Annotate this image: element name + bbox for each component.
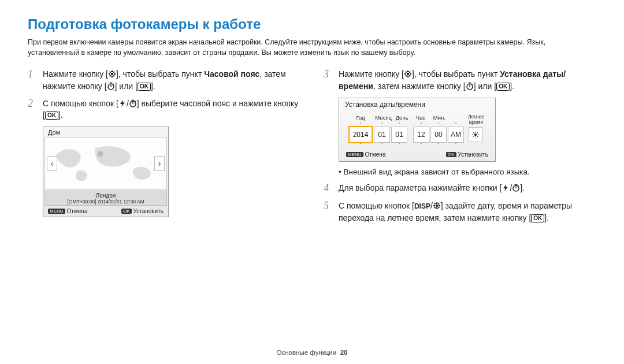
- left-column: 1 Нажмите кнопку [], чтобы выбрать пункт…: [28, 68, 300, 229]
- city-readout: Лондон [GMT+00:00] 2014/01/01 12:00 AM: [44, 191, 167, 206]
- city-name: Лондон: [96, 192, 116, 199]
- chevron-up-icon: ˄: [350, 122, 372, 127]
- content-columns: 1 Нажмите кнопку [], чтобы выбрать пункт…: [28, 68, 596, 229]
- menu-badge-icon: MENU: [346, 152, 363, 157]
- footer-page-number: 20: [340, 349, 348, 356]
- prev-arrow-button[interactable]: ‹: [47, 156, 57, 171]
- step-body: Нажмите кнопку [], чтобы выбрать пункт У…: [339, 68, 596, 92]
- right-column: 3 Нажмите кнопку [], чтобы выбрать пункт…: [324, 68, 596, 229]
- screenshot-header: Установка даты/времени: [339, 98, 495, 111]
- flash-icon: [502, 184, 510, 192]
- set-button[interactable]: OKУстановить: [446, 151, 488, 158]
- timer-icon: [466, 82, 474, 90]
- sun-icon: [472, 131, 479, 138]
- step-3: 3 Нажмите кнопку [], чтобы выбрать пункт…: [324, 68, 596, 92]
- ok-icon: OK: [531, 214, 544, 222]
- month-stepper[interactable]: ˄01˅: [374, 127, 390, 143]
- cancel-button[interactable]: MENUОтмена: [48, 208, 87, 214]
- cancel-button[interactable]: MENUОтмена: [346, 151, 385, 158]
- minute-stepper[interactable]: ˄00˅: [430, 127, 447, 143]
- step-5: 5 С помощью кнопок [DISP/] задайте дату,…: [324, 200, 596, 224]
- note-text: Внешний вид экрана зависит от выбранного…: [339, 168, 596, 176]
- set-button[interactable]: OKУстановить: [121, 208, 164, 214]
- ok-icon: OK: [496, 83, 510, 91]
- chevron-down-icon: ˅: [350, 142, 372, 147]
- step-number: 5: [324, 200, 333, 224]
- step-number: 3: [324, 68, 333, 92]
- timezone-screenshot: Дом ‹ › Лондон [GMT+00:00] 2014/01/01 12…: [43, 127, 169, 217]
- step-number: 4: [324, 182, 333, 195]
- year-stepper[interactable]: ˄ 2014 ˅: [348, 126, 373, 143]
- datetime-screenshot: Установка даты/времени Год Месяц День Ча…: [339, 98, 496, 162]
- page-footer: Основные функции 20: [0, 349, 624, 356]
- label-dst: Летнее время: [466, 114, 486, 125]
- step-4: 4 Для выбора параметра нажимайте кнопки …: [324, 182, 596, 195]
- screenshot-header: Дом: [43, 127, 168, 138]
- step-body: С помощью кнопок [DISP/] задайте дату, в…: [339, 200, 596, 224]
- page-title: Подготовка фотокамеры к работе: [28, 16, 596, 32]
- hour-stepper[interactable]: ˄12˅: [413, 127, 429, 143]
- footer-section: Основные функции: [277, 349, 337, 356]
- disp-icon: DISP: [414, 202, 430, 211]
- dst-toggle[interactable]: [469, 127, 482, 142]
- value-row: ˄ 2014 ˅ ˄01˅ ˄01˅ ˄12˅ ˄00˅ ˄A: [339, 126, 495, 148]
- flower-icon: [433, 202, 441, 210]
- ok-badge-icon: OK: [121, 209, 132, 214]
- gmt-readout: [GMT+00:00] 2014/01/01 12:00 AM: [45, 199, 166, 205]
- step-2: 2 С помощью кнопок [/] выберите часовой …: [28, 98, 300, 121]
- timer-icon: [129, 99, 137, 107]
- ok-icon: OK: [138, 83, 151, 91]
- step-body: Нажмите кнопку [], чтобы выбрать пункт Ч…: [43, 68, 300, 92]
- world-map: ‹ ›: [44, 138, 167, 190]
- next-arrow-button[interactable]: ›: [154, 156, 165, 171]
- step-body: Для выбора параметра нажимайте кнопки [/…: [339, 182, 525, 195]
- day-stepper[interactable]: ˄01˅: [391, 127, 407, 143]
- step-number: 1: [28, 68, 37, 92]
- flower-icon: [108, 70, 116, 78]
- flower-icon: [404, 70, 412, 78]
- intro-paragraph: При первом включении камеры появится экр…: [28, 37, 596, 58]
- timer-icon: [512, 184, 520, 192]
- menu-badge-icon: MENU: [48, 209, 65, 214]
- step-1: 1 Нажмите кнопку [], чтобы выбрать пункт…: [28, 68, 300, 92]
- step-body: С помощью кнопок [/] выберите часовой по…: [43, 98, 300, 121]
- ok-badge-icon: OK: [446, 152, 456, 157]
- ok-icon: OK: [45, 112, 58, 120]
- world-shape-icon: [45, 138, 166, 188]
- ampm-stepper[interactable]: ˄AM˅: [448, 127, 464, 143]
- step-number: 2: [28, 98, 37, 121]
- flash-icon: [118, 99, 127, 107]
- timer-icon: [107, 82, 115, 90]
